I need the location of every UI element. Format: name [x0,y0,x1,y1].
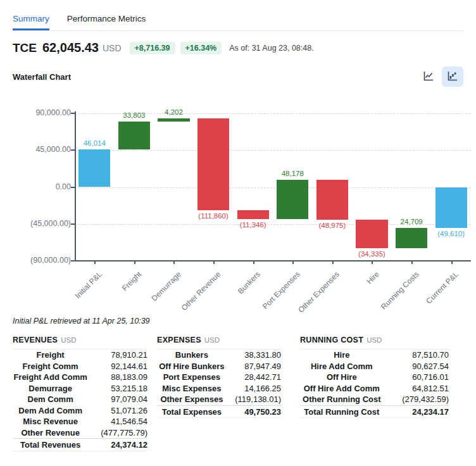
table-title: RUNNING COST [300,336,363,344]
bar-freight[interactable] [118,122,150,149]
table-row: Demurrage53,215.18 [13,383,147,394]
row-value: 78,910.21 [88,350,147,361]
row-label: Other Expenses [157,394,227,405]
waterfall-bar-group: (48,975)Other Expenses [313,113,353,261]
tce-currency: USD [103,43,122,53]
row-label: Misc Expenses [157,383,227,394]
as-of-timestamp: As of: 31 Aug 23, 08:48. [229,44,313,53]
row-value: 88,183.09 [88,372,147,383]
table-header: RUNNING COSTUSD [300,336,449,350]
row-value: 51,071.26 [88,405,147,417]
table-row: Other Revenue(477,775.79) [13,427,147,439]
table-row: Other Expenses(119,138.01) [157,394,281,405]
waterfall-chart-toggle-button[interactable] [442,66,463,87]
table-header: REVENUESUSD [13,336,147,350]
waterfall-chart-icon [447,70,458,84]
x-axis-category-label: Running Costs [379,270,421,312]
table-row: Freight78,910.21 [13,350,147,361]
table-row: Dem Add Comm51,071.26 [13,405,147,417]
table-row: Misc Revenue41,546.54 [13,416,147,427]
row-value: (279,432.59) [384,394,449,405]
chart-type-toggles [418,66,463,87]
bar-initial-p-l[interactable] [78,149,110,187]
row-label: Total Revenues [13,439,88,451]
table-currency-label: USD [61,336,76,344]
row-label: Other Running Cost [300,394,384,405]
change-absolute-badge: +8,716.39 [130,42,175,54]
row-label: Dem Comm [13,394,88,405]
row-label: Total Running Cost [300,405,384,418]
waterfall-bar-group: 4,202Demurrage [154,113,194,261]
x-tick [94,261,96,264]
waterfall-bar-group: 46,014Initial P&L [75,113,115,261]
x-axis-category-label: Port Expenses [260,270,301,311]
bar-value-label: (49,610) [422,230,476,237]
waterfall-bar-group: 48,178Port Expenses [273,113,313,261]
row-value: (477,775.79) [88,427,147,439]
row-value: (119,138.01) [227,394,281,405]
row-label: Misc Revenue [13,416,88,427]
table-row: Freight Comm92,144.61 [13,361,147,372]
waterfall-bar-group: 24,709Running Costs [392,113,432,261]
table-row: Off Hire Bunkers87,947.49 [157,361,281,372]
bar-bunkers[interactable] [237,210,269,220]
x-axis-category-label: Demurrage [149,270,182,303]
tab-bar: Summary Performance Metrics [13,14,463,31]
bar-current-p-l[interactable] [435,187,467,228]
bar-other-expenses[interactable] [316,180,348,220]
table-expenses: EXPENSESUSDBunkers38,331.80Off Hire Bunk… [157,336,281,451]
table-total-row: Total Running Cost24,234.17 [300,405,449,418]
row-value: 38,331.80 [227,350,281,361]
table-row: Off Hire60,716.01 [300,372,449,383]
table-row: Hire87,510.70 [300,350,449,361]
row-value: 49,750.23 [227,405,281,418]
table-row: Off Hire Add Comm64,812.51 [300,383,449,394]
table-row: Port Expenses28,442.71 [157,372,281,383]
table-revenues: REVENUESUSDFreight78,910.21Freight Comm9… [13,336,147,451]
tce-dashboard-page: Summary Performance Metrics TCE 62,045.4… [0,0,476,466]
table-row: Hire Add Comm90,627.54 [300,361,449,372]
bar-other-revenue[interactable] [197,118,229,210]
table-title: REVENUES [13,336,58,344]
bar-port-expenses[interactable] [277,180,308,219]
waterfall-bar-group: (111,860)Other Revenue [194,113,234,261]
x-axis-category-label: Hire [365,270,380,286]
row-label: Off Hire Bunkers [157,361,227,372]
row-value: 90,627.54 [384,361,449,372]
row-label: Bunkers [157,350,227,361]
row-label: Hire [300,350,384,361]
chart-section-header: Waterfall Chart [13,66,463,87]
row-label: Total Expenses [157,405,227,418]
table-currency-label: USD [204,336,220,344]
x-axis-category-label: Freight [120,270,143,293]
table-row: Freight Add Comm88,183.09 [13,372,147,383]
x-axis-category-label: Other Expenses [296,270,341,315]
x-tick [332,261,334,264]
line-chart-toggle-button[interactable] [418,66,439,87]
row-value: 87,947.49 [227,361,281,372]
table-title: EXPENSES [157,336,201,344]
y-axis-tick-label: 90,000.00 [35,108,71,117]
change-percent-badge: +16.34% [180,42,222,54]
row-value: 60,716.01 [384,372,449,383]
row-label: Freight [13,350,88,361]
waterfall-bar-group: (34,335)Hire [352,113,392,261]
plot-area: 46,014Initial P&L33,803Freight4,202Demur… [75,113,471,261]
row-value: 87,510.70 [384,350,449,361]
x-axis-category-label: Bunkers [236,270,262,296]
table-row: Dem Comm97,079.04 [13,394,147,405]
table-running-cost: RUNNING COSTUSDHire87,510.70Hire Add Com… [300,336,449,451]
table-row: Other Running Cost(279,432.59) [300,394,449,405]
chart-footnote: Initial P&L retrieved at 11 Apr 25, 10:3… [13,317,463,325]
row-label: Dem Add Comm [13,405,88,417]
row-label: Off Hire [300,372,384,383]
tab-performance-metrics[interactable]: Performance Metrics [67,14,146,30]
row-value: 24,234.17 [384,405,449,418]
tce-metric-row: TCE 62,045.43 USD +8,716.39 +16.34% As o… [13,41,463,55]
row-value: 92,144.61 [88,361,147,372]
bar-demurrage[interactable] [158,118,189,122]
tab-summary[interactable]: Summary [13,14,49,30]
y-axis-labels: 90,000.0045,000.000.00(45,000.00)(90,000… [13,113,75,261]
row-label: Freight Add Comm [13,372,88,383]
summary-tables: REVENUESUSDFreight78,910.21Freight Comm9… [13,336,463,451]
